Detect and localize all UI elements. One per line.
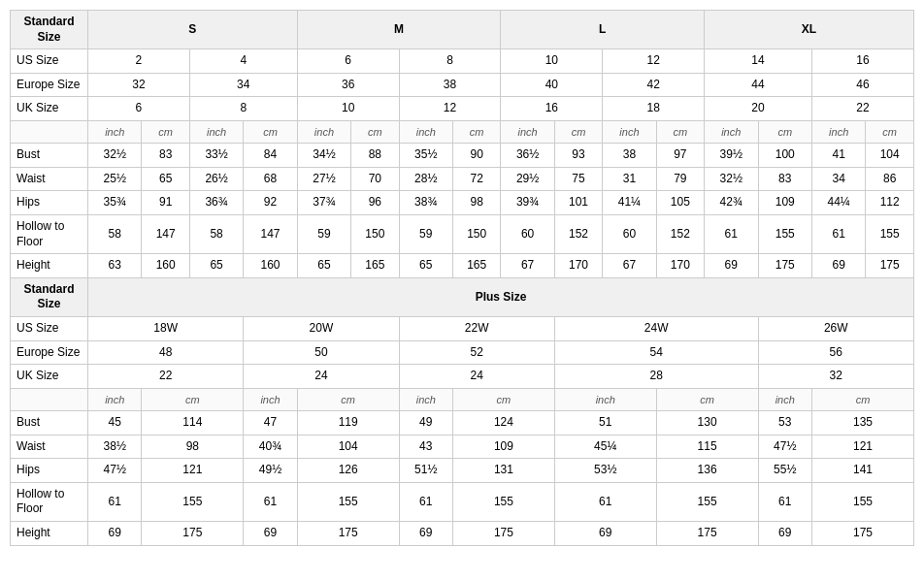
plus-height-label: Height xyxy=(11,522,88,546)
ht-v5: 165 xyxy=(351,254,399,278)
unit-inch-3: inch xyxy=(297,120,350,143)
hips-v8: 39¾ xyxy=(501,191,554,215)
plus-waist-label: Waist xyxy=(11,435,88,459)
waist-v14: 34 xyxy=(811,167,865,191)
waist-v13: 83 xyxy=(758,167,811,191)
uk-16: 16 xyxy=(501,97,603,121)
unit-cm-6: cm xyxy=(656,120,704,143)
bust-v6: 35½ xyxy=(399,144,452,168)
hips-v13: 109 xyxy=(758,191,811,215)
waist-v12: 32½ xyxy=(705,167,758,191)
ht-v10: 67 xyxy=(603,254,656,278)
htf-v0: 58 xyxy=(88,215,142,254)
ht-v7: 165 xyxy=(453,254,501,278)
plus-us-20w: 20W xyxy=(244,317,399,341)
plus-size-main-label: Plus Size xyxy=(88,277,914,316)
hips-v15: 112 xyxy=(866,191,914,215)
plus-hips-row: Hips 47½ 121 49½ 126 51½ 131 53½ 136 55½… xyxy=(11,459,914,483)
htf-v7: 150 xyxy=(453,215,501,254)
size-chart-table: Standard Size S M L XL US Size 2 4 6 8 1… xyxy=(10,10,914,546)
plus-htf-v5: 155 xyxy=(453,482,555,521)
waist-v8: 29½ xyxy=(501,167,554,191)
unit-row: inch cm inch cm inch cm inch cm inch cm … xyxy=(11,120,914,143)
hips-label: Hips xyxy=(11,191,88,215)
hollow-to-floor-row: Hollow to Floor 58 147 58 147 59 150 59 … xyxy=(11,215,914,254)
unit-inch-4: inch xyxy=(399,120,452,143)
plus-ht-v1: 175 xyxy=(142,522,244,546)
plus-unit-cm-3: cm xyxy=(453,388,555,410)
plus-htf-v3: 155 xyxy=(297,482,399,521)
us-size-label: US Size xyxy=(11,49,88,74)
plus-unit-inch-5: inch xyxy=(758,388,811,410)
ht-v3: 160 xyxy=(244,254,297,278)
unit-cm-3: cm xyxy=(351,120,399,143)
standard-size-header: Standard Size xyxy=(11,11,88,49)
plus-ht-v8: 69 xyxy=(758,522,811,546)
unit-cm-7: cm xyxy=(758,120,811,143)
htf-v1: 147 xyxy=(142,215,189,254)
ht-v15: 175 xyxy=(866,254,914,278)
plus-standard-size-label: Standard Size xyxy=(11,277,88,316)
plus-hips-v9: 141 xyxy=(811,459,913,483)
plus-waist-v8: 47½ xyxy=(758,435,811,459)
plus-bust-v3: 119 xyxy=(297,411,399,436)
us-size-16: 16 xyxy=(811,49,913,74)
waist-v1: 65 xyxy=(142,167,189,191)
height-label: Height xyxy=(11,254,88,278)
plus-waist-v4: 43 xyxy=(399,435,452,459)
ht-v8: 67 xyxy=(501,254,554,278)
plus-bust-v0: 45 xyxy=(88,411,142,436)
plus-hips-v1: 121 xyxy=(142,459,244,483)
plus-hips-v6: 53½ xyxy=(554,459,656,483)
plus-section-header-row: Standard Size Plus Size xyxy=(11,277,914,316)
eu-46: 46 xyxy=(811,73,913,97)
hips-v3: 92 xyxy=(244,191,297,215)
uk-18: 18 xyxy=(603,97,705,121)
hips-v14: 44¼ xyxy=(811,191,865,215)
plus-bust-v1: 114 xyxy=(142,411,244,436)
plus-eu-48: 48 xyxy=(88,340,244,365)
plus-us-24w: 24W xyxy=(554,317,758,341)
us-size-2: 2 xyxy=(88,49,190,74)
unit-cm-8: cm xyxy=(866,120,914,143)
ht-v14: 69 xyxy=(811,254,865,278)
uk-22: 22 xyxy=(811,97,913,121)
htf-v15: 155 xyxy=(866,215,914,254)
plus-uk-24b: 24 xyxy=(399,365,554,389)
htf-v9: 152 xyxy=(554,215,602,254)
plus-ht-v2: 69 xyxy=(244,522,297,546)
plus-bust-v9: 135 xyxy=(811,411,913,436)
plus-ht-v4: 69 xyxy=(399,522,452,546)
plus-bust-v4: 49 xyxy=(399,411,452,436)
plus-htf-v1: 155 xyxy=(142,482,244,521)
hips-v2: 36¾ xyxy=(189,191,243,215)
plus-waist-v7: 115 xyxy=(656,435,758,459)
htf-v10: 60 xyxy=(603,215,656,254)
bust-v8: 36½ xyxy=(501,144,554,168)
plus-ht-v6: 69 xyxy=(554,522,656,546)
l-header: L xyxy=(501,11,705,49)
hips-v12: 42¾ xyxy=(705,191,758,215)
plus-us-size-label: US Size xyxy=(11,317,88,341)
ht-v1: 160 xyxy=(142,254,189,278)
waist-v4: 27½ xyxy=(297,167,350,191)
plus-htf-v2: 61 xyxy=(244,482,297,521)
bust-v5: 88 xyxy=(351,144,399,168)
hollow-to-floor-label: Hollow to Floor xyxy=(11,215,88,254)
plus-uk-size-row: UK Size 22 24 24 28 32 xyxy=(11,365,914,389)
plus-uk-size-label: UK Size xyxy=(11,365,88,389)
unit-inch-7: inch xyxy=(705,120,758,143)
plus-height-row: Height 69 175 69 175 69 175 69 175 69 17… xyxy=(11,522,914,546)
htf-v2: 58 xyxy=(189,215,243,254)
bust-v7: 90 xyxy=(453,144,501,168)
waist-v10: 31 xyxy=(603,167,656,191)
plus-ht-v3: 175 xyxy=(297,522,399,546)
plus-htf-v6: 61 xyxy=(554,482,656,521)
uk-size-row: UK Size 6 8 10 12 16 18 20 22 xyxy=(11,97,914,121)
htf-v13: 155 xyxy=(758,215,811,254)
plus-us-26w: 26W xyxy=(758,317,914,341)
plus-ht-v0: 69 xyxy=(88,522,142,546)
us-size-12: 12 xyxy=(603,49,705,74)
unit-inch-1: inch xyxy=(88,120,142,143)
plus-htf-v0: 61 xyxy=(88,482,142,521)
